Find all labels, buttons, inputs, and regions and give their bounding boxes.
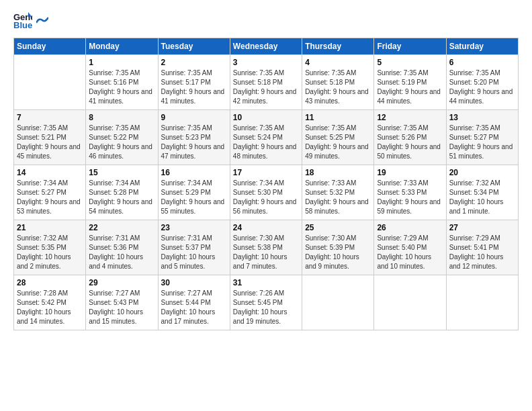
daylight-text: Daylight: 9 hours and 50 minutes. xyxy=(377,142,443,161)
sunset-text: Sunset: 5:21 PM xyxy=(17,133,83,142)
day-number: 9 xyxy=(161,113,227,122)
daylight-text: Daylight: 10 hours and 2 minutes. xyxy=(17,253,83,271)
day-number: 28 xyxy=(17,278,83,287)
calendar-cell: 10 Sunrise: 7:35 AM Sunset: 5:24 PM Dayl… xyxy=(230,110,302,165)
day-number: 31 xyxy=(233,278,299,287)
day-number: 7 xyxy=(17,113,83,122)
logo: General Blue xyxy=(13,11,48,30)
calendar-cell: 3 Sunrise: 7:35 AM Sunset: 5:18 PM Dayli… xyxy=(230,55,302,110)
calendar-cell xyxy=(446,275,518,330)
day-number: 16 xyxy=(161,168,227,177)
daylight-text: Daylight: 10 hours and 4 minutes. xyxy=(89,253,154,271)
calendar-cell: 21 Sunrise: 7:32 AM Sunset: 5:35 PM Dayl… xyxy=(14,220,86,275)
sunset-text: Sunset: 5:36 PM xyxy=(89,243,154,253)
calendar-week-row: 14 Sunrise: 7:34 AM Sunset: 5:27 PM Dayl… xyxy=(14,165,519,220)
daylight-text: Daylight: 10 hours and 7 minutes. xyxy=(233,253,299,271)
sunset-text: Sunset: 5:23 PM xyxy=(161,133,227,142)
sunset-text: Sunset: 5:39 PM xyxy=(305,243,371,253)
sunrise-text: Sunrise: 7:29 AM xyxy=(449,234,515,243)
day-number: 27 xyxy=(449,223,515,232)
sunrise-text: Sunrise: 7:35 AM xyxy=(161,68,227,78)
sunrise-text: Sunrise: 7:31 AM xyxy=(161,234,227,243)
calendar-cell: 11 Sunrise: 7:35 AM Sunset: 5:25 PM Dayl… xyxy=(302,110,374,165)
calendar-cell: 26 Sunrise: 7:29 AM Sunset: 5:40 PM Dayl… xyxy=(374,220,446,275)
sunrise-text: Sunrise: 7:34 AM xyxy=(17,179,83,188)
daylight-text: Daylight: 9 hours and 53 minutes. xyxy=(17,197,83,216)
svg-text:Blue: Blue xyxy=(13,20,32,30)
sunrise-text: Sunrise: 7:28 AM xyxy=(17,289,83,298)
sunset-text: Sunset: 5:20 PM xyxy=(449,78,515,87)
sunrise-text: Sunrise: 7:30 AM xyxy=(233,234,299,243)
calendar-cell: 28 Sunrise: 7:28 AM Sunset: 5:42 PM Dayl… xyxy=(14,275,86,330)
sunrise-text: Sunrise: 7:35 AM xyxy=(377,124,443,133)
sunset-text: Sunset: 5:40 PM xyxy=(377,243,443,253)
daylight-text: Daylight: 10 hours and 1 minute. xyxy=(449,197,515,216)
calendar-cell: 5 Sunrise: 7:35 AM Sunset: 5:19 PM Dayli… xyxy=(374,55,446,110)
daylight-text: Daylight: 9 hours and 42 minutes. xyxy=(233,87,299,106)
daylight-text: Daylight: 10 hours and 14 minutes. xyxy=(17,308,83,326)
daylight-text: Daylight: 9 hours and 41 minutes. xyxy=(161,87,227,106)
calendar-cell: 29 Sunrise: 7:27 AM Sunset: 5:43 PM Dayl… xyxy=(86,275,158,330)
day-number: 19 xyxy=(377,168,443,177)
sunset-text: Sunset: 5:22 PM xyxy=(89,133,154,142)
weekday-friday: Friday xyxy=(374,38,446,55)
day-number: 29 xyxy=(89,278,154,287)
day-number: 21 xyxy=(17,223,83,232)
sunset-text: Sunset: 5:37 PM xyxy=(161,243,227,253)
sunrise-text: Sunrise: 7:35 AM xyxy=(449,68,515,78)
sunset-text: Sunset: 5:32 PM xyxy=(305,188,371,197)
sunrise-text: Sunrise: 7:35 AM xyxy=(233,124,299,133)
calendar-cell: 7 Sunrise: 7:35 AM Sunset: 5:21 PM Dayli… xyxy=(14,110,86,165)
daylight-text: Daylight: 9 hours and 48 minutes. xyxy=(233,142,299,161)
calendar-cell: 17 Sunrise: 7:34 AM Sunset: 5:30 PM Dayl… xyxy=(230,165,302,220)
sunrise-text: Sunrise: 7:35 AM xyxy=(305,68,371,78)
sunrise-text: Sunrise: 7:34 AM xyxy=(89,179,154,188)
daylight-text: Daylight: 9 hours and 44 minutes. xyxy=(377,87,443,106)
sunrise-text: Sunrise: 7:35 AM xyxy=(305,124,371,133)
day-number: 30 xyxy=(161,278,227,287)
sunset-text: Sunset: 5:27 PM xyxy=(17,188,83,197)
daylight-text: Daylight: 9 hours and 59 minutes. xyxy=(377,197,443,216)
daylight-text: Daylight: 9 hours and 56 minutes. xyxy=(233,197,299,216)
day-number: 5 xyxy=(377,58,443,67)
calendar-cell: 20 Sunrise: 7:32 AM Sunset: 5:34 PM Dayl… xyxy=(446,165,518,220)
sunset-text: Sunset: 5:41 PM xyxy=(449,243,515,253)
day-number: 14 xyxy=(17,168,83,177)
calendar-cell: 8 Sunrise: 7:35 AM Sunset: 5:22 PM Dayli… xyxy=(86,110,158,165)
calendar-cell: 16 Sunrise: 7:34 AM Sunset: 5:29 PM Dayl… xyxy=(158,165,230,220)
calendar-cell: 25 Sunrise: 7:30 AM Sunset: 5:39 PM Dayl… xyxy=(302,220,374,275)
calendar-cell: 15 Sunrise: 7:34 AM Sunset: 5:28 PM Dayl… xyxy=(86,165,158,220)
day-number: 10 xyxy=(233,113,299,122)
daylight-text: Daylight: 9 hours and 44 minutes. xyxy=(449,87,515,106)
calendar-cell: 4 Sunrise: 7:35 AM Sunset: 5:18 PM Dayli… xyxy=(302,55,374,110)
day-number: 2 xyxy=(161,58,227,67)
weekday-sunday: Sunday xyxy=(14,38,86,55)
calendar-cell: 6 Sunrise: 7:35 AM Sunset: 5:20 PM Dayli… xyxy=(446,55,518,110)
daylight-text: Daylight: 9 hours and 46 minutes. xyxy=(89,142,154,161)
sunset-text: Sunset: 5:25 PM xyxy=(305,133,371,142)
day-number: 3 xyxy=(233,58,299,67)
sunset-text: Sunset: 5:45 PM xyxy=(233,298,299,308)
daylight-text: Daylight: 9 hours and 47 minutes. xyxy=(161,142,227,161)
sunset-text: Sunset: 5:42 PM xyxy=(17,298,83,308)
daylight-text: Daylight: 9 hours and 51 minutes. xyxy=(449,142,515,161)
sunrise-text: Sunrise: 7:30 AM xyxy=(305,234,371,243)
calendar-week-row: 1 Sunrise: 7:35 AM Sunset: 5:16 PM Dayli… xyxy=(14,55,519,110)
daylight-text: Daylight: 10 hours and 15 minutes. xyxy=(89,308,154,326)
day-number: 1 xyxy=(89,58,154,67)
sunrise-text: Sunrise: 7:33 AM xyxy=(377,179,443,188)
sunset-text: Sunset: 5:17 PM xyxy=(161,78,227,87)
sunrise-text: Sunrise: 7:35 AM xyxy=(161,124,227,133)
sunrise-text: Sunrise: 7:34 AM xyxy=(233,179,299,188)
daylight-text: Daylight: 9 hours and 41 minutes. xyxy=(89,87,154,106)
weekday-header-row: SundayMondayTuesdayWednesdayThursdayFrid… xyxy=(14,38,519,55)
sunset-text: Sunset: 5:35 PM xyxy=(17,243,83,253)
sunrise-text: Sunrise: 7:35 AM xyxy=(449,124,515,133)
sunset-text: Sunset: 5:18 PM xyxy=(233,78,299,87)
sunset-text: Sunset: 5:33 PM xyxy=(377,188,443,197)
sunrise-text: Sunrise: 7:27 AM xyxy=(89,289,154,298)
calendar-week-row: 21 Sunrise: 7:32 AM Sunset: 5:35 PM Dayl… xyxy=(14,220,519,275)
day-number: 15 xyxy=(89,168,154,177)
sunset-text: Sunset: 5:16 PM xyxy=(89,78,154,87)
weekday-thursday: Thursday xyxy=(302,38,374,55)
